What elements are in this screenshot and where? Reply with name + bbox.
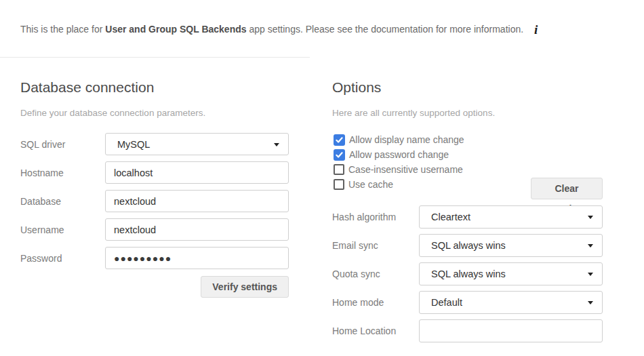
allow-password-change-label[interactable]: Allow password change [349,149,449,160]
intro-suffix: app settings. Please see the documentati… [247,24,524,35]
allow-password-change-checkbox[interactable] [334,149,345,161]
allow-display-name-change-checkbox[interactable] [334,134,345,146]
sql-driver-label: SQL driver [20,139,105,150]
sql-driver-value: MySQL [117,139,150,150]
intro-prefix: This is the place for [20,24,105,35]
options-section-subtitle: Here are all currently supported options… [332,107,495,119]
app-settings-page: This is the place for User and Group SQL… [0,0,644,356]
case-insensitive-username-label[interactable]: Case-insensitive username [348,164,463,175]
form-row: SQL driver MySQL [20,133,289,155]
hash-algorithm-select[interactable]: Cleartext [419,205,603,229]
hash-algorithm-value: Cleartext [431,212,470,222]
chevron-down-icon [588,273,593,276]
checkbox-row-allow-display-name-change[interactable]: Allow display name change [332,132,464,147]
clear-cache-button[interactable]: Clear cache [531,178,603,199]
database-section-title: Database connection [20,78,154,97]
options-form: Hash algorithm Cleartext Email sync SQL … [332,205,603,348]
email-sync-value: SQL always wins [431,240,506,251]
app-name: User and Group SQL Backends [105,24,246,35]
form-row: Home Location [332,319,603,342]
options-section-title: Options [332,78,381,97]
checkbox-row-case-insensitive-username[interactable]: Case-insensitive username [332,162,464,177]
email-sync-label: Email sync [332,240,419,251]
hostname-label: Hostname [20,167,105,178]
home-mode-label: Home mode [332,297,419,308]
allow-display-name-change-label[interactable]: Allow display name change [349,134,464,145]
use-cache-checkbox[interactable] [334,179,344,190]
database-label: Database [20,196,105,207]
password-label: Password [20,253,105,264]
hostname-input[interactable] [105,161,289,184]
form-row: Hash algorithm Cleartext [332,205,603,229]
form-row: Hostname [20,161,289,184]
checkbox-row-allow-password-change[interactable]: Allow password change [332,147,464,162]
database-section-subtitle: Define your database connection paramete… [20,107,205,119]
options-section: Options Here are all currently supported… [332,75,603,346]
form-row: Username [20,218,289,241]
chevron-down-icon [588,244,593,248]
verify-settings-button[interactable]: Verify settings [201,276,289,298]
form-row: Quota sync SQL always wins [332,262,603,285]
home-mode-value: Default [431,297,462,308]
sql-driver-select[interactable]: MySQL [105,133,289,155]
case-insensitive-username-checkbox[interactable] [334,164,344,175]
quota-sync-label: Quota sync [332,269,419,279]
database-form: SQL driver MySQL Hostname Database Usern… [20,133,289,275]
section-divider [0,57,310,58]
username-label: Username [20,224,105,235]
home-location-label: Home Location [332,325,419,336]
verify-settings-row: Verify settings [201,276,289,298]
intro-text: This is the place for User and Group SQL… [20,22,556,37]
form-row: Home mode Default [332,291,603,314]
quota-sync-select[interactable]: SQL always wins [419,262,603,285]
email-sync-select[interactable]: SQL always wins [419,234,603,257]
form-row: Email sync SQL always wins [332,234,603,257]
info-icon[interactable]: i [534,23,538,37]
home-location-input[interactable] [419,319,603,342]
hash-algorithm-label: Hash algorithm [332,212,419,222]
home-mode-select[interactable]: Default [419,291,603,314]
chevron-down-icon [588,216,593,219]
database-connection-section: Database connection Define your database… [20,75,289,332]
checkbox-row-use-cache[interactable]: Use cache [332,177,464,192]
options-checkbox-group: Allow display name change Allow password… [332,132,464,192]
chevron-down-icon [588,301,593,304]
password-input[interactable] [105,247,289,269]
quota-sync-value: SQL always wins [431,269,506,279]
use-cache-label[interactable]: Use cache [348,179,393,190]
form-row: Database [20,190,289,212]
chevron-down-icon [274,143,279,146]
username-input[interactable] [105,218,289,241]
form-row: Password [20,247,289,269]
database-input[interactable] [105,190,289,212]
